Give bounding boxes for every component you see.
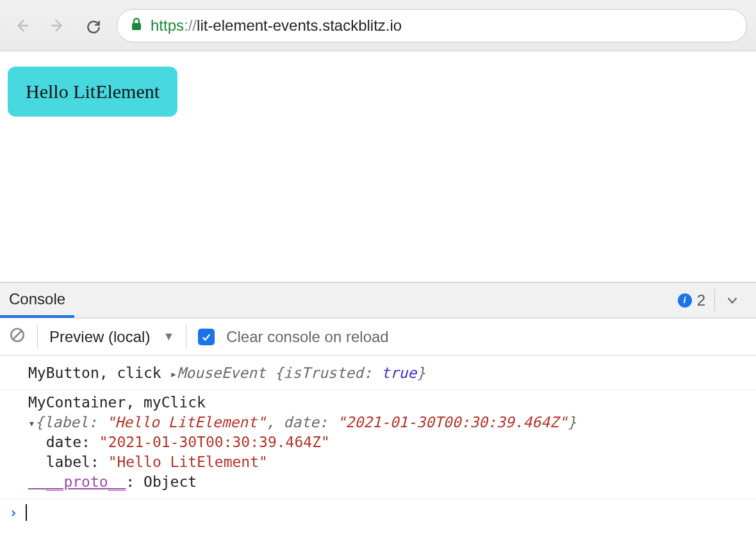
info-icon: i [678, 293, 692, 308]
hello-button[interactable]: Hello LitElement [8, 67, 177, 117]
clear-on-reload-label: Clear console on reload [226, 328, 389, 346]
clear-on-reload-checkbox[interactable] [198, 329, 215, 345]
url-host: lit-element-events.stackblitz.io [197, 17, 402, 34]
prompt-chevron-icon: › [9, 504, 18, 521]
clear-console-button[interactable] [9, 327, 26, 347]
arrow-right-icon [49, 17, 66, 34]
context-selector[interactable]: Preview (local) ▼ [49, 328, 174, 346]
console-message[interactable]: MyContainer, myClick ▾{label: "Hello Lit… [0, 390, 756, 499]
reload-button[interactable] [81, 13, 106, 38]
divider [186, 325, 186, 349]
ban-icon [9, 327, 26, 343]
context-label: Preview (local) [49, 328, 150, 346]
divider [37, 325, 38, 349]
collapse-icon: ▾ [28, 416, 35, 431]
console-message[interactable]: MyButton, click ▸MouseEvent {isTrusted: … [0, 361, 756, 390]
devtools-panel: Console i 2 Preview (local) ▼ Clear cons… [0, 282, 756, 526]
tab-console[interactable]: Console [0, 283, 74, 318]
console-toolbar: Preview (local) ▼ Clear console on reloa… [0, 318, 756, 356]
url-separator: :// [184, 17, 197, 34]
url-text: https://lit-element-events.stackblitz.io [151, 17, 402, 35]
back-button[interactable] [9, 13, 35, 38]
expand-icon: ▸ [170, 366, 177, 382]
arrow-left-icon [13, 17, 30, 34]
check-icon [201, 331, 212, 343]
reload-icon [85, 17, 102, 34]
page-viewport: Hello LitElement [0, 51, 756, 282]
svg-rect-0 [132, 23, 141, 30]
info-badge[interactable]: i 2 [669, 289, 715, 311]
address-bar[interactable]: https://lit-element-events.stackblitz.io [117, 9, 747, 42]
info-count: 2 [697, 291, 705, 309]
url-scheme: https [151, 17, 184, 34]
text-cursor [26, 504, 27, 521]
chevron-down-icon [725, 293, 739, 308]
devtools-more-button[interactable] [715, 283, 750, 318]
console-prompt[interactable]: › [0, 499, 756, 526]
lock-icon [130, 17, 143, 35]
console-output: MyButton, click ▸MouseEvent {isTrusted: … [0, 356, 756, 526]
chevron-down-icon: ▼ [163, 330, 174, 343]
devtools-tabs: Console i 2 [0, 283, 756, 318]
browser-toolbar: https://lit-element-events.stackblitz.io [0, 0, 756, 51]
forward-button[interactable] [45, 13, 70, 38]
